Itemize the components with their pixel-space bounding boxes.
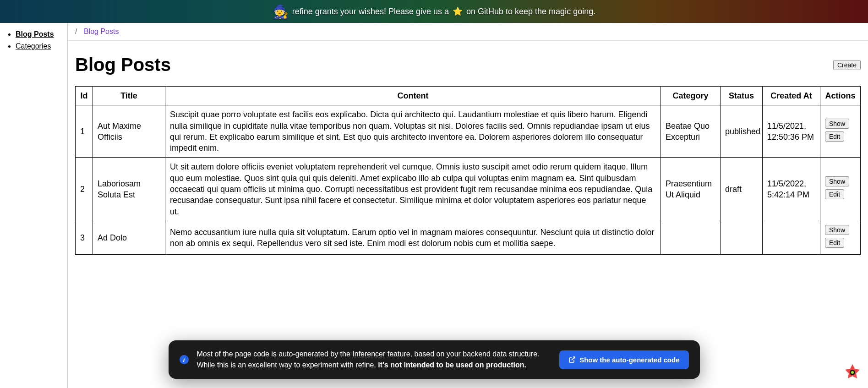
cell-category: Praesentium Ut Aliquid [661, 158, 721, 221]
promo-banner: 🧙 refine grants your wishes! Please give… [0, 0, 868, 23]
wizard-icon: 🧙 [273, 4, 289, 19]
cell-title: Laboriosam Soluta Est [93, 158, 165, 221]
edit-button[interactable]: Edit [825, 189, 844, 199]
star-icon: ⭐ [453, 6, 463, 16]
external-link-icon [568, 356, 576, 363]
th-category: Category [661, 87, 721, 105]
cell-id: 3 [76, 221, 93, 254]
svg-line-0 [572, 357, 575, 360]
refine-logo-icon [843, 363, 862, 382]
cell-category: Beatae Quo Excepturi [661, 105, 721, 158]
create-button[interactable]: Create [833, 60, 861, 70]
info-icon: i [180, 355, 189, 364]
cell-content: Nemo accusantium iure nulla quia sit vol… [165, 221, 661, 254]
cell-created_at [763, 221, 820, 254]
sidebar: Blog PostsCategories [0, 23, 68, 388]
cell-content: Suscipit quae porro voluptate est facili… [165, 105, 661, 158]
cell-status: published [721, 105, 763, 158]
sidebar-item-categories[interactable]: Categories [16, 42, 51, 50]
posts-table: Id Title Content Category Status Created… [75, 86, 861, 255]
svg-point-2 [851, 371, 854, 374]
banner-text-after: on GitHub to keep the magic going. [466, 7, 595, 16]
th-content: Content [165, 87, 661, 105]
table-row: 2Laboriosam Soluta EstUt sit autem dolor… [76, 158, 861, 221]
cell-created_at: 11/5/2022, 5:42:14 PM [763, 158, 820, 221]
cell-title: Ad Dolo [93, 221, 165, 254]
inferencer-link[interactable]: Inferencer [352, 350, 385, 358]
th-actions: Actions [820, 87, 861, 105]
show-button[interactable]: Show [825, 176, 849, 186]
inferencer-toast: i Most of the page code is auto-generate… [169, 340, 700, 379]
edit-button[interactable]: Edit [825, 238, 844, 248]
cell-title: Aut Maxime Officiis [93, 105, 165, 158]
cell-id: 2 [76, 158, 93, 221]
refine-fab[interactable] [842, 362, 863, 383]
cell-status: draft [721, 158, 763, 221]
table-row: 3Ad DoloNemo accusantium iure nulla quia… [76, 221, 861, 254]
cell-actions: ShowEdit [820, 221, 861, 254]
cell-status [721, 221, 763, 254]
cell-actions: ShowEdit [820, 105, 861, 158]
breadcrumb-current[interactable]: Blog Posts [84, 27, 119, 35]
th-title: Title [93, 87, 165, 105]
show-code-button[interactable]: Show the auto-generated code [559, 350, 688, 369]
breadcrumb: / Blog Posts [68, 23, 868, 41]
toast-message: Most of the page code is auto-generated … [197, 349, 551, 371]
th-created: Created At [763, 87, 820, 105]
page-title: Blog Posts [75, 55, 171, 75]
cell-created_at: 11/5/2021, 12:50:36 PM [763, 105, 820, 158]
th-status: Status [721, 87, 763, 105]
edit-button[interactable]: Edit [825, 131, 844, 142]
cell-id: 1 [76, 105, 93, 158]
cell-category [661, 221, 721, 254]
show-button[interactable]: Show [825, 225, 849, 235]
cell-actions: ShowEdit [820, 158, 861, 221]
show-button[interactable]: Show [825, 119, 849, 129]
banner-text-before: refine grants your wishes! Please give u… [292, 7, 449, 16]
sidebar-item-blog-posts[interactable]: Blog Posts [16, 30, 54, 38]
table-row: 1Aut Maxime OfficiisSuscipit quae porro … [76, 105, 861, 158]
th-id: Id [76, 87, 93, 105]
breadcrumb-separator: / [75, 27, 77, 35]
main-content: / Blog Posts Blog Posts Create Id Title … [68, 23, 868, 388]
cell-content: Ut sit autem dolore officiis eveniet vol… [165, 158, 661, 221]
